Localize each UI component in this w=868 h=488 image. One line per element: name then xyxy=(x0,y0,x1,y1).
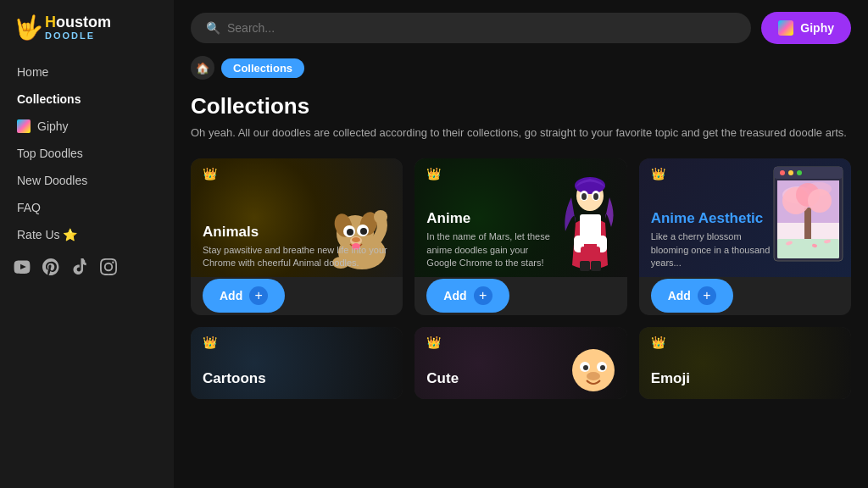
svg-point-14 xyxy=(576,180,604,211)
sidebar-item-collections[interactable]: Collections xyxy=(7,86,167,113)
logo-hand-icon: 🤟 xyxy=(14,14,43,42)
page-description: Oh yeah. All our doodles are collected a… xyxy=(191,125,851,141)
add-anime-aesthetic-plus-icon: + xyxy=(698,286,716,305)
svg-point-41 xyxy=(812,243,818,247)
card-animals-footer: Add + xyxy=(191,277,403,315)
sidebar-item-collections-label: Collections xyxy=(17,92,81,106)
giphy-button-label: Giphy xyxy=(800,21,834,35)
breadcrumb-home-button[interactable]: 🏠 xyxy=(191,56,214,80)
card-cute-crown: 👑 xyxy=(426,336,441,349)
svg-point-28 xyxy=(780,170,785,175)
card-animals-inner: 👑 xyxy=(191,158,403,277)
card-anime-aesthetic-text: Anime Aesthetic Like a cherry blossom bl… xyxy=(651,210,771,269)
sidebar-item-home[interactable]: Home xyxy=(7,58,167,86)
giphy-icon xyxy=(17,119,31,133)
card-anime-name: Anime xyxy=(426,210,559,227)
logo-container: Houstom DOODLE xyxy=(45,14,111,42)
sidebar-item-new-doodles[interactable]: New Doodles xyxy=(7,167,167,194)
pinterest-icon[interactable] xyxy=(42,258,59,275)
svg-point-36 xyxy=(782,187,810,214)
anime-aesthetic-illustration xyxy=(772,165,844,266)
anime-illustration xyxy=(559,172,622,277)
instagram-icon[interactable] xyxy=(100,258,117,275)
card-cartoons: 👑 Cartoons xyxy=(191,327,403,399)
sidebar-item-top-doodles[interactable]: Top Doodles xyxy=(7,140,167,167)
add-anime-button[interactable]: Add + xyxy=(426,279,509,313)
search-icon: 🔍 xyxy=(206,21,220,35)
svg-point-40 xyxy=(786,240,793,245)
page-title: Collections xyxy=(191,93,851,119)
search-bar-container: 🔍 xyxy=(191,13,751,43)
sidebar-nav: Home Collections Giphy Top Doodles New D… xyxy=(0,58,174,248)
svg-rect-21 xyxy=(597,236,607,252)
svg-rect-13 xyxy=(580,214,601,244)
card-cute-text: Cute xyxy=(426,370,615,391)
svg-rect-22 xyxy=(581,247,589,265)
svg-rect-25 xyxy=(591,261,601,271)
add-anime-aesthetic-button[interactable]: Add + xyxy=(651,279,733,313)
card-anime-aesthetic-inner: 👑 xyxy=(639,158,851,277)
svg-rect-35 xyxy=(804,208,811,241)
sidebar-item-rate-us[interactable]: Rate Us ⭐ xyxy=(7,221,167,248)
card-anime-text: Anime In the name of Mars, let these ani… xyxy=(426,210,559,269)
giphy-button[interactable]: Giphy xyxy=(761,12,851,44)
add-anime-plus-icon: + xyxy=(474,286,492,305)
card-emoji-inner: 👑 Emoji xyxy=(639,327,851,399)
card-anime: 👑 xyxy=(415,158,626,315)
breadcrumb: 🏠 Collections xyxy=(191,56,851,80)
collections-grid: 👑 xyxy=(191,158,851,399)
search-input[interactable] xyxy=(227,21,736,35)
sidebar-item-giphy-label: Giphy xyxy=(37,119,69,133)
svg-rect-26 xyxy=(774,167,843,261)
svg-point-33 xyxy=(782,186,813,203)
social-icons-area xyxy=(0,248,174,286)
card-emoji-crown: 👑 xyxy=(651,336,665,349)
card-cartoons-name: Cartoons xyxy=(203,370,391,387)
card-emoji-name: Emoji xyxy=(651,370,839,387)
svg-point-42 xyxy=(824,239,832,243)
svg-rect-27 xyxy=(774,167,843,179)
card-cute: 👑 Cute xyxy=(415,327,626,399)
tiktok-icon[interactable] xyxy=(71,258,88,275)
card-animals-name: Animals xyxy=(203,224,391,241)
svg-rect-20 xyxy=(574,236,584,252)
home-icon: 🏠 xyxy=(196,62,209,75)
card-anime-aesthetic-desc: Like a cherry blossom blooming once in a… xyxy=(651,230,771,269)
sidebar-item-faq[interactable]: FAQ xyxy=(7,194,167,221)
svg-rect-39 xyxy=(777,239,839,258)
svg-point-15 xyxy=(575,177,605,194)
card-cartoons-text: Cartoons xyxy=(203,370,391,391)
card-cartoons-inner: 👑 Cartoons xyxy=(191,327,403,399)
youtube-icon[interactable] xyxy=(14,258,31,275)
logo-area: 🤟 Houstom DOODLE xyxy=(0,14,174,58)
svg-point-18 xyxy=(581,193,587,200)
add-animals-plus-icon: + xyxy=(249,286,268,305)
svg-point-12 xyxy=(374,210,387,224)
card-anime-aesthetic-name: Anime Aesthetic xyxy=(651,210,771,227)
card-anime-desc: In the name of Mars, let these anime doo… xyxy=(426,230,559,269)
card-anime-inner: 👑 xyxy=(415,158,626,277)
svg-point-34 xyxy=(806,182,832,196)
card-emoji-text: Emoji xyxy=(651,370,839,391)
svg-point-30 xyxy=(797,170,802,175)
svg-point-17 xyxy=(592,191,600,201)
card-cute-inner: 👑 Cute xyxy=(415,327,626,399)
svg-point-16 xyxy=(580,191,588,201)
card-animals-text: Animals Stay pawsitive and breathe new l… xyxy=(203,224,391,270)
logo-custom-text: Houstom xyxy=(45,14,111,31)
card-anime-aesthetic-crown: 👑 xyxy=(651,167,665,180)
card-cartoons-crown: 👑 xyxy=(203,336,217,349)
card-anime-crown: 👑 xyxy=(426,167,441,180)
svg-point-19 xyxy=(593,193,598,200)
sidebar-item-faq-label: FAQ xyxy=(17,201,41,214)
card-anime-footer: Add + xyxy=(415,277,626,315)
sidebar-item-giphy[interactable]: Giphy xyxy=(7,113,167,140)
sidebar-item-home-label: Home xyxy=(17,65,48,79)
card-anime-aesthetic-footer: Add + xyxy=(639,277,851,315)
svg-point-37 xyxy=(796,183,820,207)
svg-point-38 xyxy=(808,189,832,213)
add-animals-button[interactable]: Add + xyxy=(203,279,285,313)
card-animals-crown: 👑 xyxy=(203,167,217,180)
card-anime-aesthetic: 👑 xyxy=(639,158,851,315)
header: 🔍 Giphy xyxy=(174,0,868,56)
